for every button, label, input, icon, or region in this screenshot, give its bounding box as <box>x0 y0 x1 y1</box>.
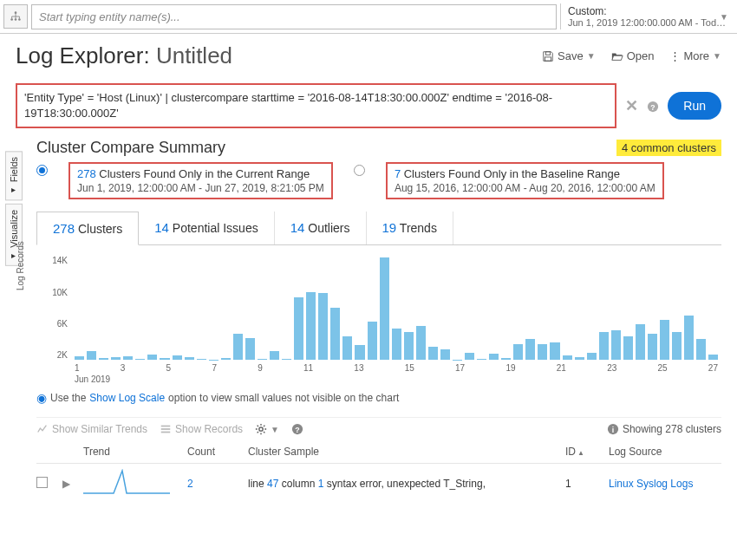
chart-bar <box>453 360 462 361</box>
summary-title: Cluster Compare Summary <box>36 139 225 157</box>
svg-rect-9 <box>161 429 171 431</box>
current-range-radio[interactable] <box>36 165 48 176</box>
chevron-down-icon: ▼ <box>720 12 728 22</box>
help-icon[interactable]: ? <box>647 98 659 114</box>
y-tick: 10K <box>40 288 68 297</box>
chart-bar <box>75 356 84 360</box>
hierarchy-icon <box>10 10 22 23</box>
baseline-range-block[interactable]: 7 Clusters Found Only in the Baseline Ra… <box>386 162 664 199</box>
chart-bar <box>135 359 145 361</box>
expand-row-icon[interactable]: ▶ <box>62 478 70 490</box>
app-icon[interactable] <box>3 4 28 29</box>
kebab-icon: ⋮ <box>669 49 680 62</box>
chart-bar <box>550 342 559 361</box>
show-log-scale-link[interactable]: Show Log Scale <box>89 392 165 404</box>
query-input[interactable]: 'Entity Type' = 'Host (Linux)' | cluster… <box>16 83 616 128</box>
time-range-text: Jun 1, 2019 12:00:00.000 AM - Today 08:2… <box>568 17 727 28</box>
chart-bar <box>245 338 255 361</box>
row-source[interactable]: Linux Syslog Logs <box>609 478 693 490</box>
chart-bar <box>416 326 426 360</box>
y-tick: 6K <box>40 319 68 329</box>
x-tick: 21 <box>557 363 566 373</box>
x-tick: 23 <box>607 363 616 373</box>
chart-bar <box>99 358 108 361</box>
entity-input[interactable] <box>31 4 557 29</box>
chart-bar <box>123 356 133 360</box>
baseline-range-dates: Aug 15, 2016, 12:00:00 AM - Aug 20, 2016… <box>395 182 655 194</box>
table-help-button[interactable]: ? <box>291 423 303 435</box>
chart-bar <box>355 345 364 360</box>
chart-bar <box>465 353 474 361</box>
cluster-sample: line 47 column 1 syntax error, unexpecte… <box>248 478 565 490</box>
run-button[interactable]: Run <box>668 92 721 120</box>
y-axis-label: Log Records <box>16 242 25 291</box>
current-range-block[interactable]: 278 Clusters Found Only in the Current R… <box>68 162 333 199</box>
svg-point-11 <box>259 427 263 431</box>
svg-text:i: i <box>612 426 614 434</box>
svg-text:?: ? <box>295 426 299 434</box>
chart-bar <box>111 357 121 360</box>
chart-bar <box>708 355 718 361</box>
chart-bar <box>282 359 291 361</box>
open-button[interactable]: Open <box>611 49 655 62</box>
tab-outliers[interactable]: 14 Outliers <box>275 212 367 244</box>
col-trend[interactable]: Trend <box>83 446 187 458</box>
col-source[interactable]: Log Source <box>609 446 721 458</box>
col-id[interactable]: ID▲ <box>565 446 609 458</box>
current-range-dates: Jun 1, 2019, 12:00:00 AM - Jun 27, 2019,… <box>77 182 324 194</box>
chart-bar <box>660 320 669 360</box>
chart-bar <box>696 339 706 360</box>
x-tick: 7 <box>212 363 217 373</box>
show-records-button[interactable]: Show Records <box>160 423 243 435</box>
row-count[interactable]: 2 <box>187 478 193 490</box>
y-tick: 2K <box>40 350 68 360</box>
tab-clusters[interactable]: 278 Clusters <box>36 212 139 245</box>
tab-potential-issues[interactable]: 14 Potential Issues <box>139 212 274 244</box>
chart-bar <box>318 293 328 360</box>
chart-bar <box>648 334 657 361</box>
chart-bar <box>513 344 523 361</box>
chart-bar <box>489 354 499 361</box>
row-id: 1 <box>565 478 609 490</box>
chart-bar <box>611 330 621 360</box>
clear-icon[interactable]: ✕ <box>625 96 638 115</box>
chevron-down-icon: ▼ <box>271 425 279 434</box>
save-button[interactable]: Save ▼ <box>542 49 596 62</box>
show-similar-trends-button[interactable]: Show Similar Trends <box>36 423 147 435</box>
sort-asc-icon: ▲ <box>577 449 584 457</box>
more-button[interactable]: ⋮ More ▼ <box>669 49 721 62</box>
log-scale-hint: ◉ Use the Show Log Scale option to view … <box>36 391 721 405</box>
table-header: Trend Count Cluster Sample ID▲ Log Sourc… <box>36 440 721 464</box>
chart-bar <box>404 332 414 361</box>
current-range-title: 278 Clusters Found Only in the Current R… <box>77 167 324 180</box>
save-icon <box>542 50 554 62</box>
chart-bar <box>185 357 194 360</box>
trend-sparkline <box>83 469 187 498</box>
x-tick: 15 <box>405 363 414 373</box>
chart-bar <box>477 359 486 361</box>
chart-bar <box>636 324 645 360</box>
gear-icon <box>255 423 267 435</box>
settings-button[interactable]: ▼ <box>255 423 279 435</box>
chart-bar <box>197 359 206 361</box>
time-range-picker[interactable]: Custom: Jun 1, 2019 12:00:00.000 AM - To… <box>560 3 734 29</box>
help-icon: ? <box>291 423 303 435</box>
baseline-range-radio[interactable] <box>354 165 365 176</box>
chart-bar <box>440 349 450 360</box>
tab-trends[interactable]: 19 Trends <box>367 212 453 244</box>
chart-bar <box>599 332 609 361</box>
chart-bar <box>587 353 597 361</box>
chart-bar <box>538 344 547 361</box>
page-title: Log Explorer: Untitled <box>16 42 542 69</box>
x-tick: 1 <box>75 363 80 373</box>
chart-bar <box>209 360 218 361</box>
common-clusters-badge: 4 common clusters <box>616 140 721 156</box>
col-count[interactable]: Count <box>187 446 248 458</box>
row-checkbox[interactable] <box>36 477 48 488</box>
chart-bar <box>563 355 572 360</box>
chart-bar <box>380 257 389 360</box>
chart-bar <box>368 322 377 361</box>
chart-bar <box>147 355 157 360</box>
col-sample[interactable]: Cluster Sample <box>248 446 565 458</box>
y-tick: 14K <box>40 256 68 265</box>
